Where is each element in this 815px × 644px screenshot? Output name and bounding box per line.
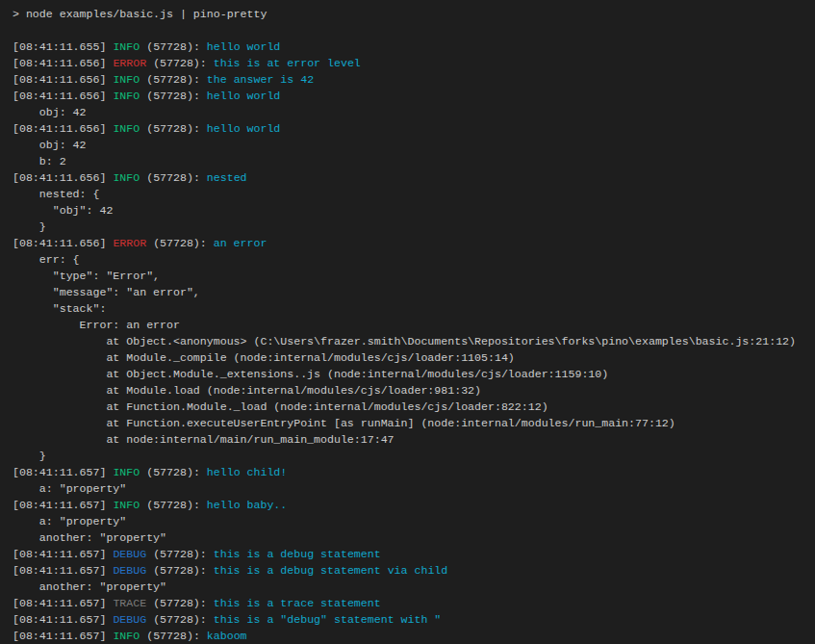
log-detail-text: b: 2 — [13, 155, 66, 167]
log-timestamp: [08:41:11.657] — [13, 630, 113, 642]
log-message: this is a debug statement — [214, 548, 381, 560]
log-detail-text: at Function.Module._load (node:internal/… — [13, 400, 548, 413]
log-message: this is a "debug" statement with " — [214, 613, 442, 626]
prompt-text: > node examples/basic.js | pino-pretty — [13, 8, 267, 20]
log-line: [08:41:11.656] INFO (57728): hello world — [13, 120, 815, 137]
log-message: hello world — [207, 40, 281, 53]
prompt-line: > node examples/basic.js | pino-pretty — [13, 6, 815, 22]
log-detail-text: at node:internal/main/run_main_module:17… — [13, 433, 395, 446]
log-level-error: ERROR — [113, 237, 146, 249]
blank-line — [13, 22, 815, 39]
log-level-debug: DEBUG — [113, 548, 146, 560]
log-detail-text: } — [13, 450, 46, 462]
log-pid: (57728): — [146, 613, 214, 626]
log-message: hello world — [207, 122, 281, 135]
log-detail-line: obj: 42 — [13, 137, 815, 153]
log-message: nested — [207, 171, 247, 184]
log-level-info: INFO — [113, 90, 140, 102]
log-level-info: INFO — [113, 499, 140, 511]
log-detail-text: another: "property" — [13, 580, 166, 593]
log-timestamp: [08:41:11.657] — [13, 466, 113, 478]
log-line: [08:41:11.656] INFO (57728): nested — [13, 169, 815, 186]
log-timestamp: [08:41:11.656] — [13, 122, 113, 135]
log-timestamp: [08:41:11.657] — [13, 548, 113, 560]
log-detail-line: at Object.<anonymous> (C:\Users\frazer.s… — [13, 333, 815, 349]
log-detail-text: "stack": — [13, 302, 106, 315]
log-timestamp: [08:41:11.657] — [13, 499, 113, 511]
log-line: [08:41:11.657] INFO (57728): hello baby.… — [13, 497, 815, 513]
log-detail-line: at Module.load (node:internal/modules/cj… — [13, 382, 815, 399]
log-line: [08:41:11.657] INFO (57728): kaboom — [13, 628, 815, 644]
log-pid: (57728): — [140, 171, 207, 184]
log-pid: (57728): — [146, 237, 214, 249]
log-level-info: INFO — [113, 122, 140, 135]
log-detail-text: at Object.<anonymous> (C:\Users\frazer.s… — [13, 335, 796, 348]
log-timestamp: [08:41:11.656] — [13, 57, 113, 69]
log-detail-text: "obj": 42 — [13, 204, 113, 217]
log-level-info: INFO — [113, 40, 140, 53]
terminal-output: > node examples/basic.js | pino-pretty[0… — [13, 6, 815, 644]
log-detail-line: "stack": — [13, 300, 815, 317]
log-pid: (57728): — [146, 548, 214, 560]
log-detail-line: "obj": 42 — [13, 202, 815, 219]
log-pid: (57728): — [140, 630, 207, 642]
log-line: [08:41:11.655] INFO (57728): hello world — [13, 39, 815, 55]
log-detail-text: err: { — [13, 253, 80, 266]
terminal[interactable]: > node examples/basic.js | pino-pretty[0… — [0, 0, 815, 644]
log-pid: (57728): — [140, 466, 207, 478]
log-detail-line: } — [13, 448, 815, 464]
log-line: [08:41:11.656] INFO (57728): hello world — [13, 88, 815, 104]
log-detail-line: another: "property" — [13, 579, 815, 595]
log-pid: (57728): — [140, 90, 207, 102]
log-detail-text: nested: { — [13, 188, 99, 200]
log-detail-line: at Function.executeUserEntryPoint [as ru… — [13, 415, 815, 431]
log-detail-text: Error: an error — [13, 319, 180, 331]
log-detail-line: a: "property" — [13, 513, 815, 529]
log-detail-line: at Function.Module._load (node:internal/… — [13, 399, 815, 415]
log-timestamp: [08:41:11.655] — [13, 40, 113, 53]
log-pid: (57728): — [140, 122, 207, 135]
log-detail-text: "type": "Error", — [13, 270, 160, 282]
log-level-debug: DEBUG — [113, 613, 146, 626]
log-timestamp: [08:41:11.656] — [13, 90, 113, 102]
log-detail-text: a: "property" — [13, 482, 126, 495]
log-detail-line: err: { — [13, 251, 815, 268]
log-message: hello baby.. — [207, 499, 288, 511]
log-level-info: INFO — [113, 466, 140, 478]
log-detail-line: nested: { — [13, 186, 815, 202]
log-message: this is a trace statement — [214, 597, 381, 609]
log-line: [08:41:11.657] DEBUG (57728): this is a … — [13, 546, 815, 562]
log-pid: (57728): — [146, 57, 214, 69]
log-pid: (57728): — [146, 564, 214, 577]
log-detail-text: at Function.executeUserEntryPoint [as ru… — [13, 417, 675, 429]
log-detail-line: at Module._compile (node:internal/module… — [13, 349, 815, 366]
log-message: hello child! — [207, 466, 288, 478]
log-message: this is a debug statement via child — [214, 564, 448, 577]
log-detail-line: at node:internal/main/run_main_module:17… — [13, 431, 815, 448]
log-line: [08:41:11.657] DEBUG (57728): this is a … — [13, 562, 815, 579]
log-pid: (57728): — [140, 73, 207, 86]
log-message: kaboom — [207, 630, 247, 642]
log-message: an error — [214, 237, 267, 249]
log-detail-text: at Module._compile (node:internal/module… — [13, 351, 515, 364]
log-timestamp: [08:41:11.657] — [13, 564, 113, 577]
log-detail-line: another: "property" — [13, 529, 815, 546]
log-timestamp: [08:41:11.656] — [13, 237, 113, 249]
log-timestamp: [08:41:11.657] — [13, 613, 113, 626]
log-detail-text: "message": "an error", — [13, 286, 200, 298]
log-detail-line: Error: an error — [13, 317, 815, 333]
log-detail-line: "type": "Error", — [13, 268, 815, 284]
log-line: [08:41:11.657] INFO (57728): hello child… — [13, 464, 815, 480]
log-line: [08:41:11.656] ERROR (57728): an error — [13, 235, 815, 251]
log-detail-line: } — [13, 219, 815, 235]
log-detail-text: } — [13, 220, 46, 233]
log-detail-text: a: "property" — [13, 515, 126, 528]
log-detail-line: at Object.Module._extensions..js (node:i… — [13, 366, 815, 382]
log-detail-line: b: 2 — [13, 153, 815, 169]
log-line: [08:41:11.657] TRACE (57728): this is a … — [13, 595, 815, 611]
log-line: [08:41:11.656] INFO (57728): the answer … — [13, 71, 815, 88]
log-detail-text: at Object.Module._extensions..js (node:i… — [13, 368, 608, 380]
log-timestamp: [08:41:11.657] — [13, 597, 113, 609]
log-level-error: ERROR — [113, 57, 146, 69]
log-level-info: INFO — [113, 73, 140, 86]
